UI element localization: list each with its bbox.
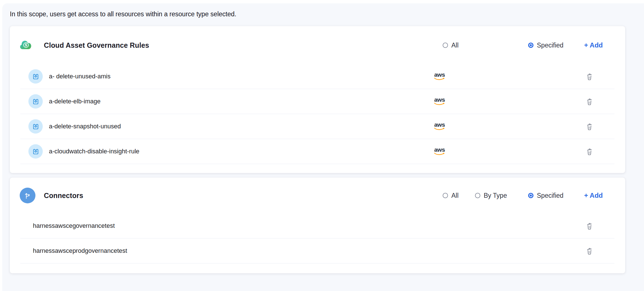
trash-icon: [586, 98, 593, 105]
radio-option-specified[interactable]: Specified: [528, 192, 564, 199]
aws-logo: aws: [434, 72, 445, 81]
trash-icon: [586, 148, 593, 155]
connector-name: harnessawsceprodgovernancetest: [33, 247, 127, 254]
radio-option-label: Specified: [537, 41, 564, 49]
radio-option-all[interactable]: All: [443, 192, 459, 199]
radio-selected-icon[interactable]: [528, 42, 533, 48]
radio-option-label: Specified: [537, 192, 564, 199]
scope-description: In this scope, users get access to all r…: [10, 10, 236, 18]
radio-selected-icon[interactable]: [528, 193, 533, 198]
radio-unselected-icon[interactable]: [475, 193, 480, 198]
delete-rule-button[interactable]: [585, 72, 594, 81]
add-connector-button[interactable]: + Add: [584, 192, 603, 199]
connectors-list: harnessawscegovernancetest harnessawscep…: [10, 213, 625, 263]
trash-icon: [586, 247, 593, 255]
radio-option-label: By Type: [484, 192, 507, 199]
aws-logo-text: aws: [434, 122, 445, 127]
rule-avatar: [28, 144, 43, 159]
aws-logo: aws: [434, 147, 445, 156]
radio-option-label: All: [451, 192, 459, 199]
governance-rules-card: $ Cloud Asset Governance Rules AllSpecif…: [10, 26, 625, 173]
delete-rule-button[interactable]: [585, 97, 594, 106]
governance-rules-list: a- delete-unused-amis aws: [10, 64, 625, 164]
governance-rule-row: a-delete-snapshot-unused aws: [20, 114, 614, 139]
aws-logo-text: aws: [434, 72, 445, 77]
radio-option-bytype[interactable]: By Type: [475, 192, 507, 199]
radio-unselected-icon[interactable]: [443, 193, 448, 198]
governance-rule-row: a- delete-unused-amis aws: [20, 64, 614, 89]
rule-name: a- delete-unused-amis: [49, 73, 111, 80]
radio-option-specified[interactable]: Specified: [528, 41, 564, 49]
connectors-header: Connectors AllBy TypeSpecified + Add: [10, 178, 625, 213]
governance-rules-scope-options: AllSpecified: [10, 26, 625, 64]
aws-logo-text: aws: [434, 147, 445, 152]
governance-rule-row: a-delete-elb-image aws: [20, 89, 614, 114]
radio-unselected-icon[interactable]: [443, 42, 448, 48]
delete-connector-button[interactable]: [585, 221, 594, 231]
add-governance-rule-button[interactable]: + Add: [584, 41, 603, 49]
aws-logo: aws: [434, 97, 445, 106]
governance-rule-row: a-cloudwatch-disable-insight-rule aws: [20, 139, 614, 164]
governance-rules-header: $ Cloud Asset Governance Rules AllSpecif…: [10, 26, 625, 64]
rule-avatar: [28, 119, 43, 134]
rule-avatar: [28, 94, 43, 109]
rule-name: a-delete-snapshot-unused: [49, 123, 121, 130]
trash-icon: [586, 123, 593, 130]
connectors-card: Connectors AllBy TypeSpecified + Add har…: [10, 178, 625, 273]
connector-row: harnessawscegovernancetest: [20, 213, 614, 238]
rule-avatar: [28, 69, 43, 84]
delete-connector-button[interactable]: [585, 246, 594, 256]
rule-name: a-cloudwatch-disable-insight-rule: [49, 148, 139, 155]
connector-name: harnessawscegovernancetest: [33, 222, 115, 229]
aws-logo: aws: [434, 122, 445, 131]
trash-icon: [586, 222, 593, 230]
trash-icon: [586, 73, 593, 80]
connector-row: harnessawsceprodgovernancetest: [20, 238, 614, 263]
aws-logo-text: aws: [434, 97, 445, 102]
rule-name: a-delete-elb-image: [49, 98, 100, 105]
connectors-scope-options: AllBy TypeSpecified: [10, 178, 625, 213]
delete-rule-button[interactable]: [585, 122, 594, 131]
delete-rule-button[interactable]: [585, 147, 594, 156]
radio-option-all[interactable]: All: [443, 41, 459, 49]
radio-option-label: All: [451, 41, 459, 49]
